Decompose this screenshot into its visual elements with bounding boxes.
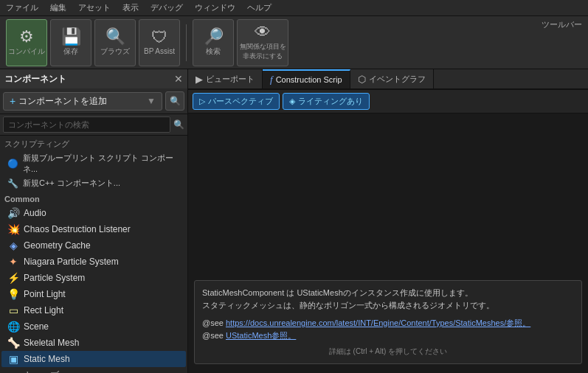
save-label: 保存 bbox=[63, 46, 78, 57]
niagara-icon: ✦ bbox=[7, 256, 19, 268]
browse-icon: 🔍 bbox=[106, 29, 125, 45]
particle-icon: ⚡ bbox=[7, 272, 19, 284]
component-audio[interactable]: 🔊 Audio bbox=[1, 205, 186, 221]
chaos-icon: 💥 bbox=[7, 223, 19, 235]
compile-icon: ⚙ bbox=[19, 29, 34, 45]
scripting-cpp-item[interactable]: 🔧 新規C++ コンポーネント... bbox=[4, 176, 183, 190]
component-particle[interactable]: ⚡ Particle System bbox=[1, 270, 186, 286]
bpassist-button[interactable]: 🛡 BP Assist bbox=[139, 19, 180, 66]
menu-file[interactable]: ファイル bbox=[3, 2, 41, 13]
panel-title: コンポーネント bbox=[4, 73, 170, 86]
component-static-mesh[interactable]: ▣ Static Mesh bbox=[1, 351, 186, 367]
scripting-bp-item[interactable]: 🔵 新規ブループリント スクリプト コンポーネ... bbox=[4, 151, 183, 176]
search-icon: 🔍 bbox=[170, 96, 181, 106]
sub-toolbar: ▷ パースペクティブ ◈ ライティングあり bbox=[188, 90, 588, 114]
menu-bar: ファイル 編集 アセット 表示 デバッグ ウィンドウ ヘルプ bbox=[0, 0, 588, 16]
static-icon: ▣ bbox=[7, 353, 19, 365]
niagara-label: Niagara Particle System bbox=[24, 257, 119, 267]
info-footer: 詳細は (Ctrl + Alt) を押してください bbox=[202, 346, 574, 358]
lighting-label: ライティングあり bbox=[298, 96, 363, 107]
geo-cache-label: Geometry Cache bbox=[24, 240, 91, 251]
toolbar-divider bbox=[186, 24, 187, 61]
scene-label: Scene bbox=[24, 321, 49, 332]
tabs-row: ▶ ビューポート f Construction Scrip ⬡ イベントグラフ bbox=[188, 69, 588, 90]
component-niagara[interactable]: ✦ Niagara Particle System bbox=[1, 254, 186, 270]
plus-icon: + bbox=[10, 95, 15, 107]
bp-item-label: 新規ブループリント スクリプト コンポーネ... bbox=[23, 153, 180, 175]
info-link1[interactable]: https://docs.unrealengine.com/latest/INT… bbox=[226, 318, 530, 327]
menu-asset[interactable]: アセット bbox=[75, 2, 114, 13]
tab-viewport[interactable]: ▶ ビューポート bbox=[188, 69, 263, 88]
point-light-label: Point Light bbox=[24, 289, 66, 299]
close-button[interactable]: ✕ bbox=[174, 74, 183, 84]
search-input[interactable] bbox=[3, 116, 170, 133]
event-icon: ⬡ bbox=[358, 74, 366, 85]
point-light-icon: 💡 bbox=[7, 288, 19, 300]
menu-window[interactable]: ウィンドウ bbox=[192, 2, 238, 13]
viewport-tab-label: ビューポート bbox=[206, 74, 255, 85]
content-area: StaticMeshComponent は UStaticMeshのインスタンス… bbox=[188, 114, 588, 373]
add-component-label: コンポーネントを追加 bbox=[18, 95, 107, 108]
tab-construction[interactable]: f Construction Scrip bbox=[263, 69, 350, 88]
perspective-icon: ▷ bbox=[199, 97, 205, 106]
cpp-icon: 🔧 bbox=[7, 178, 18, 189]
construction-icon: f bbox=[270, 74, 273, 86]
rect-light-label: Rect Light bbox=[24, 305, 63, 316]
toolbar-label: ツールバー bbox=[542, 19, 582, 30]
save-button[interactable]: 💾 保存 bbox=[50, 19, 91, 66]
main-layout: コンポーネント ✕ + コンポーネントを追加 ▼ 🔍 🔍 スクリプティング 🔵 … bbox=[0, 69, 588, 373]
right-panel: ▶ ビューポート f Construction Scrip ⬡ イベントグラフ … bbox=[188, 69, 588, 373]
audio-icon: 🔊 bbox=[7, 207, 19, 219]
hide-icon: 👁 bbox=[255, 24, 271, 41]
component-chaos[interactable]: 💥 Chaos Destruction Listener bbox=[1, 221, 186, 237]
browse-button[interactable]: 🔍 ブラウズ bbox=[94, 19, 136, 66]
search-icon-button[interactable]: 🔍 bbox=[165, 91, 184, 111]
panel-header: コンポーネント ✕ bbox=[0, 69, 187, 88]
perspective-label: パースペクティブ bbox=[208, 96, 273, 107]
construction-tab-label: Construction Scrip bbox=[276, 75, 342, 84]
cpp-item-label: 新規C++ コンポーネント... bbox=[23, 178, 120, 189]
event-tab-label: イベントグラフ bbox=[369, 74, 426, 85]
lighting-button[interactable]: ◈ ライティングあり bbox=[283, 93, 370, 110]
common-section-header: Common bbox=[0, 192, 187, 205]
left-panel: コンポーネント ✕ + コンポーネントを追加 ▼ 🔍 🔍 スクリプティング 🔵 … bbox=[0, 69, 188, 373]
toolbar: ツールバー ⚙ コンパイル 💾 保存 🔍 ブラウズ 🛡 BP Assist 🔎 … bbox=[0, 16, 588, 69]
rect-light-icon: ▭ bbox=[7, 304, 19, 316]
save-icon: 💾 bbox=[61, 29, 81, 45]
component-rect-light[interactable]: ▭ Rect Light bbox=[1, 302, 186, 318]
scripting-section: スクリプティング 🔵 新規ブループリント スクリプト コンポーネ... 🔧 新規… bbox=[0, 136, 187, 192]
component-list: Common 🔊 Audio 💥 Chaos Destruction Liste… bbox=[0, 192, 187, 373]
bpassist-label: BP Assist bbox=[144, 47, 175, 55]
compile-button[interactable]: ⚙ コンパイル bbox=[6, 19, 47, 66]
menu-edit[interactable]: 編集 bbox=[47, 2, 69, 13]
cube-label: キューブ bbox=[24, 369, 59, 373]
component-scene[interactable]: 🌐 Scene bbox=[1, 318, 186, 335]
component-skeletal-mesh[interactable]: 🦴 Skeletal Mesh bbox=[1, 335, 186, 351]
scripting-label: スクリプティング bbox=[4, 139, 183, 150]
static-label: Static Mesh bbox=[24, 354, 70, 364]
tab-event-graph[interactable]: ⬡ イベントグラフ bbox=[350, 69, 434, 88]
menu-help[interactable]: ヘルプ bbox=[244, 2, 274, 13]
search-icon: 🔎 bbox=[204, 29, 224, 45]
hide-label: 無関係な項目を非表示にする bbox=[238, 42, 288, 61]
lighting-icon: ◈ bbox=[289, 97, 295, 106]
info-line4-see: @see bbox=[202, 318, 226, 327]
component-point-light[interactable]: 💡 Point Light bbox=[1, 286, 186, 302]
compile-label: コンパイル bbox=[8, 46, 45, 57]
perspective-button[interactable]: ▷ パースペクティブ bbox=[193, 93, 280, 110]
search-magnify-icon: 🔍 bbox=[173, 119, 184, 130]
add-component-row: + コンポーネントを追加 ▼ 🔍 bbox=[0, 88, 187, 114]
viewport-icon: ▶ bbox=[196, 74, 203, 85]
menu-debug[interactable]: デバッグ bbox=[148, 2, 186, 13]
add-component-button[interactable]: + コンポーネントを追加 ▼ bbox=[3, 92, 162, 111]
scene-icon: 🌐 bbox=[7, 321, 19, 332]
info-line2: スタティックメッシュは、静的なポリゴン一式から構成されるジオメトリです。 bbox=[202, 299, 574, 313]
component-geometry-cache[interactable]: ◈ Geometry Cache bbox=[1, 237, 186, 254]
info-link2[interactable]: UStaticMesh参照。 bbox=[226, 331, 296, 340]
hide-button[interactable]: 👁 無関係な項目を非表示にする bbox=[237, 19, 288, 66]
search-label: 検索 bbox=[206, 46, 221, 57]
geo-cache-icon: ◈ bbox=[7, 240, 19, 251]
menu-view[interactable]: 表示 bbox=[120, 2, 142, 13]
search-button[interactable]: 🔎 検索 bbox=[193, 19, 234, 66]
component-cube[interactable]: □ キューブ bbox=[1, 367, 186, 373]
